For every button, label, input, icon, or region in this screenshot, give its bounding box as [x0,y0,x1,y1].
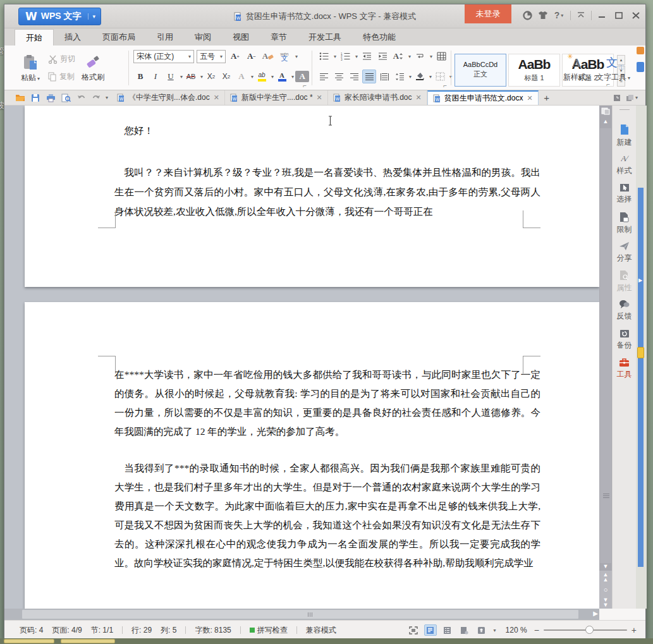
view-more-icon[interactable]: ▾ [494,628,496,633]
zoom-slider[interactable] [544,629,627,631]
align-left-button[interactable] [317,70,331,83]
zoom-slider-thumb[interactable] [585,626,594,634]
numbering-button[interactable]: 123 [338,49,352,63]
next-page-icon[interactable]: ▼▼ [599,596,612,609]
document-page-2[interactable]: 在****大学读书，家中一年省吃俭用的钱大多都供给了我和哥哥读书，与此同时家里也… [25,302,599,609]
tab-dev-tools[interactable]: 开发工具 [298,29,352,46]
tab-page-layout[interactable]: 页面布局 [92,29,146,46]
horizontal-scrollbar[interactable]: ▶ [4,609,599,620]
format-painter-button[interactable]: 格式刷 [78,49,107,88]
font-color-button[interactable]: A [275,70,289,83]
sidebar-item-tools[interactable]: 工具 [613,354,636,383]
sidebar-item-backup[interactable]: 备份 [613,325,636,354]
new-tab-button[interactable]: + [539,90,555,105]
tab-special-features[interactable]: 特色功能 [352,29,406,46]
paste-button[interactable]: 粘贴▾ [16,49,45,88]
table-icon[interactable] [434,49,448,63]
doc-tab-3[interactable]: W 家长陪读申请书.doc✕ [328,90,427,105]
tab-insert[interactable]: 插入 [54,29,92,46]
bold-button[interactable]: B [133,70,147,83]
horizontal-scroll-thumb[interactable] [22,610,578,619]
new-style-button[interactable]: A ✳ 新样式▾ [562,49,591,88]
tab-view[interactable]: 视图 [222,29,260,46]
redo-icon[interactable] [89,92,103,104]
close-tab-icon[interactable]: ✕ [214,94,219,102]
shading-bucket-icon[interactable] [413,70,427,83]
tab-references[interactable]: 引用 [146,29,184,46]
font-dialog-launcher[interactable]: ⌐ [303,82,307,89]
spell-check-status[interactable]: 拼写检查 [250,625,288,636]
cut-button[interactable]: 剪切 [46,52,77,67]
indent-decrease-button[interactable] [360,49,374,63]
line-spacing-button[interactable] [393,70,406,83]
font-name-select[interactable]: 宋体 (正文)▾ [133,50,194,63]
sidebar-item-restrict[interactable]: 限制 [613,209,636,238]
styles-dialog-launcher[interactable]: ⌐ [606,81,610,88]
undo-icon[interactable] [74,92,88,104]
close-tab-icon[interactable]: ✕ [527,94,532,102]
underline-button[interactable]: U [164,70,178,83]
doc-tab-1[interactable]: W 《中学生守则...体会.doc✕ [112,90,225,105]
paragraph[interactable]: 当我得到了***的录取通知书的时候，全家人都很高兴。因为我们俩是我那个家族里难能… [114,459,540,573]
tab-section[interactable]: 章节 [260,29,298,46]
italic-button[interactable]: I [149,70,162,83]
strikethrough-button[interactable]: AB [184,70,198,83]
help-icon[interactable]: ?▾ [549,8,568,22]
document-page-1[interactable]: 您好！ 我叫？？来自计算机系？级？专业？班,我是一名喜爱读书、热爱集体并且性格温… [25,106,599,287]
distribute-button[interactable] [377,70,391,83]
login-button[interactable]: 未登录 [465,4,511,23]
close-tab-icon[interactable]: ✕ [317,94,322,102]
print-icon[interactable] [44,92,58,104]
sidebar-item-share[interactable]: 分享 [613,238,636,267]
close-tab-icon[interactable]: ✕ [416,94,422,102]
print-preview-icon[interactable] [59,92,73,104]
paragraph[interactable]: 您好！ [114,106,540,140]
sidebar-collapse-handle[interactable] [619,109,630,111]
justify-button[interactable] [362,70,376,83]
bullets-button[interactable] [317,49,331,63]
status-word-count[interactable]: 字数: 8135 [195,625,231,636]
recent-docs-icon[interactable] [613,94,621,102]
superscript-button[interactable]: X2 [204,70,218,83]
indent-increase-button[interactable] [375,49,389,63]
char-scale-button[interactable]: A [391,49,405,63]
vertical-scrollbar[interactable]: ▲ ▼ ▲▲ ○ ▼▼ [599,106,612,609]
fullscreen-icon[interactable] [407,624,420,636]
shrink-font-button[interactable]: A− [245,49,259,63]
sidebar-item-properties[interactable]: 属性 [613,267,636,296]
arrange-tabs-icon[interactable]: ▾ [626,94,638,102]
minimize-icon[interactable] [594,8,609,22]
chevron-down-icon[interactable]: ▾ [88,13,96,20]
doc-tab-4-active[interactable]: W 贫困生申请书范文.docx✕ [427,90,539,105]
split-view-icon[interactable] [601,107,610,115]
outline-view-icon[interactable] [441,624,454,636]
open-folder-icon[interactable] [13,92,27,104]
wps-menu-button[interactable]: W WPS 文字 ▾ [18,8,101,25]
tab-review[interactable]: 审阅 [184,29,222,46]
sidebar-item-new[interactable]: 新建 [613,121,636,150]
align-right-button[interactable] [347,70,361,83]
style-heading1[interactable]: AaBb 标题 1 [508,54,560,87]
grow-font-button[interactable]: A+ [228,49,242,63]
page-view-icon[interactable] [424,624,437,636]
feedback-circle-icon[interactable] [520,8,535,22]
paragraph[interactable]: 在****大学读书，家中一年省吃俭用的钱大多都供给了我和哥哥读书，与此同时家里也… [114,302,540,441]
wrap-button[interactable] [413,49,427,63]
close-icon[interactable] [628,8,644,22]
style-normal[interactable]: AaBbCcDd 正文 [455,54,506,87]
scroll-down-icon[interactable]: ▼ [599,563,612,569]
zoom-in-button[interactable]: + [632,625,637,635]
sidebar-item-feedback[interactable]: 反馈 [613,296,636,325]
sidebar-item-styles[interactable]: A∕ 样式 [613,150,636,179]
collapse-ribbon-icon[interactable] [573,8,589,22]
document-area[interactable]: 您好！ 我叫？？来自计算机系？级？专业？班,我是一名喜爱读书、热爱集体并且性格温… [4,106,599,609]
pinyin-button[interactable]: wén 文 [278,49,291,63]
eye-protect-icon[interactable] [475,624,488,636]
print-layout-icon[interactable] [458,624,471,636]
browse-object-icon[interactable]: ○ [599,583,612,596]
text-effects-button[interactable]: A [235,70,248,83]
paragraph[interactable]: 我叫？？来自计算机系？级？专业？班,我是一名喜爱读书、热爱集体并且性格温和的男孩… [114,162,540,221]
text-tools-button[interactable]: 文 ⚿ 文字工具▾ [595,49,632,88]
subscript-button[interactable]: X2 [219,70,233,83]
font-size-select[interactable]: 五号▾ [197,50,226,63]
